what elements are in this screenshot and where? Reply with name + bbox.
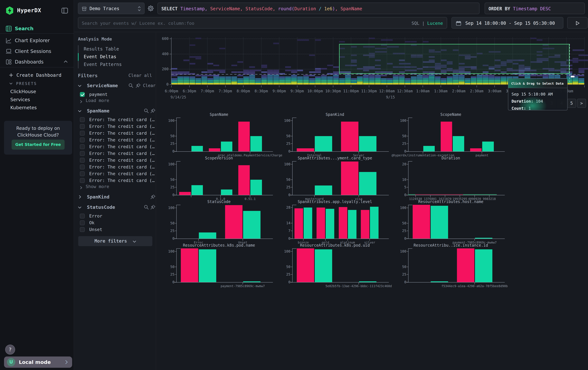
filter-checkbox-row[interactable]: Error: The credit card (… (80, 150, 149, 157)
source-select-value: Demo Traces (90, 6, 119, 11)
filter-group-header-spankind[interactable]: SpanKind (78, 194, 156, 200)
heatmap-x-tick-label: 7:30pm (219, 89, 232, 93)
account-button[interactable]: U Local mode (4, 357, 72, 368)
search-icon[interactable] (128, 83, 134, 88)
analysis-mode-option-event-deltas[interactable]: Event Deltas (84, 53, 148, 61)
sidebar-item-label: Chart Explorer (15, 38, 50, 43)
show-more-button[interactable]: Show more (80, 184, 128, 190)
preset-item-kubernetes[interactable]: Kubernetes (10, 105, 37, 110)
checkbox-icon[interactable] (80, 124, 85, 129)
filter-checkbox-row[interactable]: payment (80, 91, 149, 98)
checkbox-icon[interactable] (80, 178, 85, 183)
filter-item-label: Error: The credit card (… (89, 117, 155, 122)
sql-orderby-input[interactable]: ORDER BY Timestamp DESC (485, 3, 585, 14)
filter-clear-button[interactable]: Clear (143, 83, 156, 88)
heatmap-x-tick-label: 10:30pm (325, 89, 341, 93)
filter-checkbox-row[interactable]: Unset (80, 226, 149, 233)
mini-chart-title: SpanAttributes...yment.card_type (277, 156, 393, 160)
chevron-down-icon (78, 84, 82, 87)
mode-lucene-toggle[interactable]: Lucene (427, 21, 443, 26)
checkbox-icon[interactable] (80, 227, 85, 232)
page-next-button[interactable]: > (577, 99, 586, 108)
filter-checkbox-row[interactable]: Error (80, 213, 149, 220)
bar-inliers (326, 209, 334, 239)
pin-icon[interactable] (150, 194, 156, 200)
mini-y-tick-label: 7 (279, 229, 290, 233)
get-started-button[interactable]: Get Started for Free (11, 140, 64, 150)
filter-checkbox-row[interactable]: Error: The credit card (… (80, 137, 149, 143)
load-more-button[interactable]: Load more (80, 98, 128, 104)
mini-y-tick-label: 100 (279, 249, 290, 253)
filter-checkbox-row[interactable]: Ok (80, 220, 149, 226)
bar-inliers (250, 180, 262, 195)
pin-icon[interactable] (135, 83, 141, 88)
checkbox-icon[interactable] (80, 117, 85, 122)
filter-checkbox-row[interactable]: Error: The credit card (… (80, 170, 149, 177)
search-icon[interactable] (144, 204, 149, 210)
heatmap-selection-rect[interactable] (339, 44, 569, 74)
filter-group-header-statuscode[interactable]: StatusCode (78, 204, 156, 211)
mini-y-tick-label: 0 (395, 280, 406, 284)
checkbox-icon[interactable] (80, 165, 85, 170)
mini-y-tick-label: 10 (395, 178, 406, 182)
filter-group-header-servicename[interactable]: ServiceNameClear (78, 83, 156, 89)
checkbox-icon[interactable] (80, 144, 85, 149)
filter-checkbox-row[interactable]: Error: The credit card (… (80, 117, 149, 123)
analysis-mode-option-event-patterns[interactable]: Event Patterns (84, 61, 148, 68)
gear-icon[interactable] (147, 5, 154, 12)
calendar-icon (456, 20, 461, 26)
filter-checkbox-row[interactable]: Error: The credit card (… (80, 130, 149, 137)
filter-checkbox-row[interactable]: Error: The credit card (… (80, 143, 149, 150)
bar-inliers (243, 211, 261, 239)
sidebar-item-search[interactable]: Search (0, 23, 74, 34)
bar-outliers (316, 208, 325, 239)
checkbox-icon[interactable] (80, 151, 85, 156)
help-button[interactable]: ? (5, 345, 15, 355)
filter-checkbox-row[interactable]: Error: The credit card (… (80, 164, 149, 170)
search-input[interactable]: Search your events w/ Lucene ex. column:… (78, 17, 447, 29)
checkbox-checked-icon[interactable] (80, 92, 85, 97)
sidebar-item-client-sessions[interactable]: Client Sessions (0, 46, 74, 57)
source-select[interactable]: Demo Traces (78, 3, 145, 14)
heatmap-tooltip: Click & Drag to Select Data Sep 15 5:10:… (508, 79, 567, 110)
presets-toggle[interactable]: PRESETS (9, 81, 71, 87)
create-dashboard-button[interactable]: Create Dashboard (9, 72, 70, 79)
mini-y-tick-label: 25 (279, 141, 290, 146)
analysis-mode-option-results-table[interactable]: Results Table (84, 45, 148, 53)
pin-icon[interactable] (150, 204, 156, 210)
search-icon[interactable] (144, 108, 149, 114)
sidebar-item-chart-explorer[interactable]: Chart Explorer (0, 35, 74, 46)
filter-checkbox-row[interactable]: Error: The credit card (… (80, 157, 149, 164)
promo-line2: ClickHouse Cloud? (4, 132, 72, 138)
bar-inliers (191, 146, 203, 151)
heatmap-x-tick-label: 9:00pm (273, 89, 286, 93)
preset-item-services[interactable]: Services (10, 97, 30, 102)
checkbox-icon[interactable] (80, 214, 85, 219)
run-query-button[interactable] (567, 17, 588, 29)
checkbox-icon[interactable] (80, 158, 85, 163)
pin-icon[interactable] (150, 108, 156, 114)
mode-sql-toggle[interactable]: SQL (411, 21, 420, 26)
bar-outliers (339, 207, 347, 239)
filter-checkbox-row[interactable]: Error: The credit card (… (80, 123, 149, 130)
filter-item-label: Error (89, 213, 102, 219)
sql-select-input[interactable]: SELECT Timestamp, ServiceName, StatusCod… (158, 3, 480, 14)
mini-chart-duration: Duration05102011245381376801162107019935… (393, 155, 509, 199)
more-filters-button[interactable]: More filters (78, 236, 152, 246)
date-range-picker[interactable]: Sep 14 18:00:00 - Sep 15 05:30:00 (452, 17, 563, 29)
checkbox-icon[interactable] (80, 138, 85, 142)
preset-item-clickhouse[interactable]: ClickHouse (10, 89, 36, 94)
bar-inliers (315, 136, 332, 151)
bar-inliers (423, 146, 435, 151)
mini-chart-title: SpanName (161, 112, 277, 117)
sql-orderby-keyword: ORDER BY (489, 6, 510, 11)
checkbox-icon[interactable] (80, 131, 85, 136)
filter-checkbox-row[interactable]: Error: The credit card (… (80, 177, 149, 184)
page-button-5[interactable]: 5 (567, 99, 576, 108)
checkbox-icon[interactable] (80, 171, 85, 176)
sidebar-item-dashboards[interactable]: Dashboards (0, 57, 74, 67)
checkbox-icon[interactable] (80, 220, 85, 225)
sidebar-collapse-icon[interactable] (61, 7, 69, 14)
clear-all-button[interactable]: Clear all (128, 73, 152, 78)
filter-group-header-spanname[interactable]: SpanName (78, 108, 156, 115)
